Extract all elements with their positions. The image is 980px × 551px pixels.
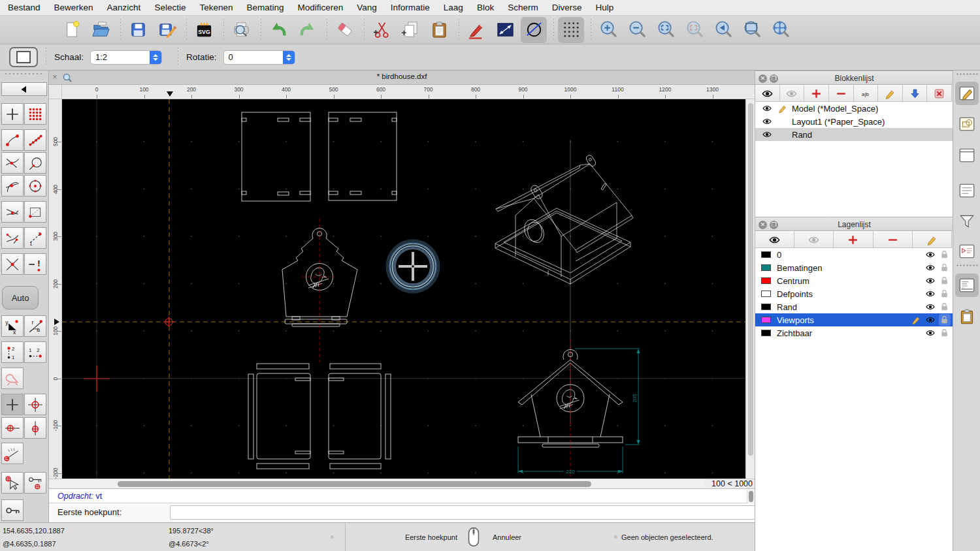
viewport-tool-button[interactable] <box>9 47 38 67</box>
redo-button[interactable] <box>294 17 320 43</box>
edit-layer-button[interactable] <box>913 231 952 248</box>
center-snap-button[interactable] <box>24 175 46 197</box>
zoom-auto-button[interactable] <box>653 17 679 43</box>
dock-block-edit-button[interactable] <box>955 82 979 105</box>
tangent-snap-button[interactable] <box>1 175 24 197</box>
visible-eye-icon[interactable] <box>925 302 936 314</box>
layer-color-swatch[interactable] <box>761 264 771 271</box>
menu-hulp[interactable]: Hulp <box>595 3 613 12</box>
dock-list-button[interactable] <box>955 179 979 202</box>
dock-filter-button[interactable] <box>955 210 979 233</box>
angle-gauge-button[interactable] <box>1 443 24 464</box>
show-all-eye-button[interactable] <box>755 85 780 102</box>
copy-button[interactable] <box>397 17 423 43</box>
print-preview-button[interactable] <box>228 17 254 43</box>
lock-relative-zero-button[interactable] <box>24 472 46 494</box>
block-row-rand[interactable]: Rand <box>755 128 953 141</box>
block-row-layout1[interactable]: Layout1 (*Paper_Space) <box>755 115 953 128</box>
menu-bewerken[interactable]: Bewerken <box>54 3 93 12</box>
relative-point-h-button[interactable]: 12 <box>24 341 46 363</box>
visible-eye-icon[interactable] <box>925 276 936 288</box>
lock-icon[interactable] <box>939 249 951 260</box>
new-document-button[interactable] <box>59 17 85 43</box>
scrollbar-thumb[interactable] <box>118 481 591 487</box>
draw-pencil-button[interactable] <box>463 17 489 43</box>
restrict-off-button[interactable]: ! <box>24 253 46 275</box>
layer-color-swatch[interactable] <box>761 251 771 258</box>
intersection-auto-snap-button[interactable] <box>1 152 24 174</box>
distance-line-button[interactable] <box>492 17 518 43</box>
menu-blok[interactable]: Blok <box>477 3 494 12</box>
lock-icon[interactable] <box>939 301 951 313</box>
nearest-snap-button[interactable] <box>1 201 24 223</box>
insert-block-button[interactable] <box>903 85 928 102</box>
lock-icon[interactable] <box>939 288 951 300</box>
layer-row-viewports[interactable]: Viewports <box>755 313 953 326</box>
endpoint-snap-button[interactable] <box>1 129 24 151</box>
visible-eye-icon[interactable] <box>925 262 936 275</box>
hide-all-eye-button[interactable] <box>794 231 834 248</box>
layer-row-rand[interactable]: Rand <box>755 300 953 313</box>
dock-command-button[interactable]: c: <box>955 274 979 297</box>
stepper-icon[interactable] <box>283 50 295 65</box>
visible-eye-icon[interactable] <box>925 249 936 262</box>
roof-panel-b[interactable] <box>329 112 397 200</box>
layer-color-swatch[interactable] <box>761 277 771 284</box>
visible-eye-icon[interactable] <box>762 129 772 142</box>
dimensions[interactable]: 205 220 <box>518 349 640 475</box>
on-entity-points-button[interactable] <box>24 129 46 151</box>
document-tab-title[interactable]: * birdhouse.dxf <box>49 72 755 80</box>
layer-row-bematingen[interactable]: Bematingen <box>755 261 953 274</box>
rotation-combo[interactable]: 0 <box>223 50 295 65</box>
block-row-model[interactable]: Model (*Model_Space) <box>755 102 953 115</box>
save-button[interactable] <box>125 17 151 43</box>
restrict-horizontal-button[interactable] <box>1 417 24 439</box>
crosshair-plain-button[interactable] <box>1 394 24 415</box>
layer-color-swatch[interactable] <box>761 291 771 297</box>
visible-eye-icon[interactable] <box>762 116 772 129</box>
history-scrollbar[interactable] <box>747 490 754 503</box>
visible-eye-icon[interactable] <box>762 103 772 116</box>
layer-row-0[interactable]: 0 <box>755 248 953 261</box>
visible-eye-icon[interactable] <box>925 328 936 340</box>
coordinate-polar-button[interactable]: ra <box>24 315 46 337</box>
palette-back-button[interactable] <box>1 82 47 96</box>
dock-clipboard-button[interactable] <box>955 305 979 328</box>
menu-modificeren[interactable]: Modificeren <box>298 3 344 12</box>
vertical-scrollbar[interactable] <box>745 99 755 479</box>
floor-panel-b[interactable] <box>329 364 391 469</box>
menu-tekenen[interactable]: Tekenen <box>199 3 233 12</box>
svg-export-button[interactable]: SVG <box>191 17 217 43</box>
grid-snap-button[interactable] <box>24 103 46 125</box>
delete-block-button[interactable] <box>927 85 952 102</box>
lock-zero-button[interactable] <box>1 499 24 521</box>
restrict-ortho-button[interactable] <box>1 368 24 389</box>
zoom-window-button[interactable] <box>739 17 765 43</box>
lock-icon[interactable] <box>939 314 951 326</box>
zoom-in-button[interactable] <box>595 17 621 43</box>
menu-bestand[interactable]: Bestand <box>8 3 41 12</box>
menu-selectie[interactable]: Selectie <box>154 3 186 12</box>
layer-row-defpoints[interactable]: Defpoints <box>755 287 953 300</box>
dock-render-button[interactable] <box>955 240 979 263</box>
save-as-button[interactable] <box>154 17 180 43</box>
layer-color-swatch[interactable] <box>761 317 771 323</box>
cut-button[interactable] <box>368 17 395 43</box>
visible-eye-icon[interactable] <box>925 289 936 301</box>
rename-block-button[interactable]: a|b <box>854 85 879 102</box>
front-panel[interactable] <box>282 228 357 326</box>
edit-block-button[interactable] <box>878 85 903 102</box>
coordinate-xy-button[interactable]: yx <box>1 315 24 337</box>
zoom-pan-button[interactable] <box>768 17 794 43</box>
remove-block-button[interactable] <box>829 85 854 102</box>
menu-scherm[interactable]: Scherm <box>508 3 538 12</box>
lock-icon[interactable] <box>939 262 951 274</box>
relative-point-v-button[interactable]: 12 <box>1 341 24 363</box>
show-all-eye-button[interactable] <box>755 231 794 248</box>
distance-snap-button[interactable]: 12 <box>24 227 46 249</box>
open-file-button[interactable] <box>88 17 114 43</box>
add-block-button[interactable] <box>804 85 829 102</box>
zoom-previous-button[interactable] <box>710 17 736 43</box>
dock-shapes-button[interactable] <box>955 112 979 136</box>
roof-panel-a[interactable] <box>242 112 310 201</box>
